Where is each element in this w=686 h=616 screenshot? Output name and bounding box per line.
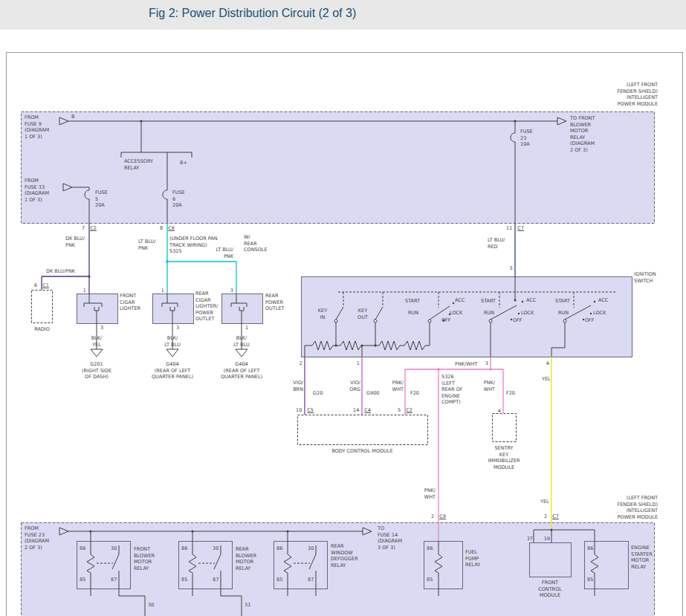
wire-label-pnk-wht-h: PNK/WHT bbox=[455, 361, 478, 367]
relay4-pin-85: 85 bbox=[427, 577, 433, 583]
pin-rear-outlet-top: 3 bbox=[221, 288, 233, 294]
rear-power-outlet-box bbox=[222, 294, 263, 324]
label-from-fuse9: FROM FUSE 9 (DIAGRAM 1 OF 3) bbox=[25, 114, 60, 140]
label-fuse5: FUSE 5 20A bbox=[95, 189, 108, 209]
label-to-fuse14: TO FUSE 14 (DIAGRAM 3 OF 3) bbox=[378, 525, 412, 551]
label-start-1: START bbox=[405, 298, 420, 304]
label-engine-starter-relay: ENGINE STARTER MOTOR RELAY bbox=[631, 545, 653, 570]
label-b-plus: B+ bbox=[180, 160, 187, 166]
relay3-pin-86: 86 bbox=[276, 545, 282, 551]
label-off-2: OFF bbox=[513, 317, 522, 323]
pin-front-lighter-top: 1 bbox=[74, 288, 86, 294]
relay1-pin-86: 86 bbox=[80, 545, 85, 551]
page: Fig 2: Power Distribution Circuit (2 of … bbox=[0, 0, 686, 616]
radio-box bbox=[32, 291, 53, 323]
pin-number: 8 bbox=[160, 225, 163, 231]
label-skim: SENTRY KEY IMMOBILIZER MODULE bbox=[482, 445, 526, 470]
label-g201: G201 (RIGHT SIDE OF DASH) bbox=[76, 361, 117, 380]
pin-number: 2 bbox=[544, 513, 547, 519]
label-radio: RADIO bbox=[30, 326, 54, 333]
wire-label-30: 30 bbox=[148, 602, 154, 608]
relay2-pin-85: 85 bbox=[181, 577, 187, 583]
label-fuse6: FUSE 6 20A bbox=[172, 189, 185, 209]
relay2-pin-87: 87 bbox=[213, 577, 219, 583]
pin-number: 2 bbox=[431, 513, 434, 519]
relay3-pin-30: 30 bbox=[308, 545, 314, 551]
connector-ref: C2 bbox=[406, 407, 412, 413]
pin-7-c2: 7C2 bbox=[73, 225, 106, 231]
pin-ign-2: 2 bbox=[294, 360, 302, 366]
pin-8-c6: 8C6 bbox=[151, 225, 184, 231]
label-from-fuse33: FROM FUSE 33 (DIAGRAM 1 OF 3) bbox=[25, 178, 60, 203]
label-off-3: OFF bbox=[585, 317, 595, 323]
wire-label-yel-a: YEL bbox=[542, 376, 551, 382]
wire-label-31: 31 bbox=[245, 602, 250, 608]
wire-label-dk-blu-pnk: DK BLU/ PNK bbox=[65, 236, 85, 248]
connector-ref: C4 bbox=[364, 407, 371, 413]
label-front-cigar-lighter: FRONT CIGAR LIGHTER bbox=[120, 293, 140, 312]
skim-box bbox=[493, 414, 517, 442]
pin-ign-1: 1 bbox=[352, 360, 360, 366]
label-lock-2: LOCK bbox=[521, 310, 534, 316]
label-acc-3: ACC bbox=[598, 297, 608, 303]
wire-label-yel-b: YEL bbox=[540, 499, 549, 505]
label-s326: S326 (LEFT REAR OF ENGINE COMPT) bbox=[441, 374, 474, 406]
wire-label-blk-yel: BLK/ YEL bbox=[89, 335, 104, 348]
label-g900: G900 bbox=[366, 390, 379, 396]
pin-10-c5: 10C5 bbox=[288, 407, 321, 413]
label-lock-3: LOCK bbox=[593, 310, 606, 316]
pin-ign-3: 3 bbox=[480, 360, 488, 366]
relay2-pin-30: 30 bbox=[213, 545, 219, 551]
pin-rear-lighter-top: 1 bbox=[152, 288, 164, 294]
label-fuse23: FUSE 23 10A bbox=[520, 129, 533, 148]
pin-5: 5 bbox=[504, 265, 513, 271]
connector-ref: C1 bbox=[42, 282, 49, 288]
label-run-2: RUN bbox=[484, 310, 494, 316]
pin-number: 14 bbox=[353, 407, 359, 413]
label-fcm: FRONT CONTROL MODULE bbox=[522, 580, 577, 599]
pin-fcm-37: 37 bbox=[525, 536, 533, 542]
connector-ref: C5 bbox=[307, 407, 314, 413]
pin-number: 5 bbox=[398, 407, 401, 413]
pin-number: 7 bbox=[82, 225, 85, 231]
label-off-1: OFF bbox=[441, 317, 451, 323]
pin-skim-4: 4 bbox=[491, 408, 501, 414]
relay3-pin-85: 85 bbox=[276, 577, 282, 583]
connector-ref: C9 bbox=[439, 513, 446, 519]
pin-2-c9: 2C9 bbox=[422, 513, 455, 519]
wire-label-blk-lt-blu-b: BLK/ LT BLU bbox=[233, 335, 250, 348]
wire-label-pnk-wht-c: PNK/ WHT bbox=[422, 487, 436, 500]
label-run-3: RUN bbox=[558, 310, 569, 316]
label-key-out: KEY OUT bbox=[354, 308, 372, 320]
label-acc-2: ACC bbox=[526, 297, 536, 303]
pin-14-c4: 14C4 bbox=[346, 407, 378, 413]
label-f20-b: F20 bbox=[506, 390, 515, 396]
label-bcm: BODY CONTROL MODULE bbox=[297, 448, 427, 455]
splice-s325-icon bbox=[166, 260, 169, 263]
connector-ref: C7 bbox=[517, 225, 524, 231]
pin-number: 6 bbox=[34, 282, 37, 288]
relay3-pin-87: 87 bbox=[308, 577, 314, 583]
bcm-box bbox=[298, 415, 428, 445]
label-g404-b: G404 (REAR OF LEFT QUARTER PANEL) bbox=[219, 361, 264, 380]
wire-label-vio-brn: VIO/ BRN bbox=[290, 380, 303, 392]
label-accessory-relay: ACCESSORY RELAY bbox=[124, 158, 160, 171]
connector-ref: C7 bbox=[552, 513, 559, 519]
label-w-rear-console: W/ REAR CONSOLE bbox=[244, 234, 271, 253]
label-from-fuse23: FROM FUSE 23 (DIAGRAM 2 OF 3) bbox=[25, 525, 60, 551]
splice-s326-icon bbox=[437, 368, 440, 371]
relay1-pin-30: 30 bbox=[111, 545, 117, 551]
pin-number: 11 bbox=[506, 225, 512, 231]
label-f20-a: F20 bbox=[410, 390, 419, 396]
label-run-1: RUN bbox=[408, 310, 418, 316]
wire-label-dk-blu-pnk-h: DK BLU/PNK bbox=[46, 268, 75, 275]
label-rear-defogger-relay: REAR WINDOW DEFOGGER RELAY bbox=[331, 543, 358, 568]
relay5-pin-85: 85 bbox=[587, 577, 593, 583]
wire-label-pnk-wht-a: PNK/ WHT bbox=[390, 380, 404, 392]
relay1-pin-85: 85 bbox=[80, 577, 85, 583]
wire-label-pnk-wht-b: PNK/ WHT bbox=[482, 380, 495, 392]
label-to-front-blower: TO FRONT BLOWER MOTOR RELAY (DIAGRAM 2 O… bbox=[570, 115, 612, 153]
label-fuel-pump-relay: FUEL PUMP RELAY bbox=[465, 549, 480, 568]
top-ipm-caption: (LEFT FRONT FENDER SHIELD) INTELLIGENT P… bbox=[563, 82, 658, 107]
rear-cigar-lighter-box bbox=[153, 294, 194, 324]
